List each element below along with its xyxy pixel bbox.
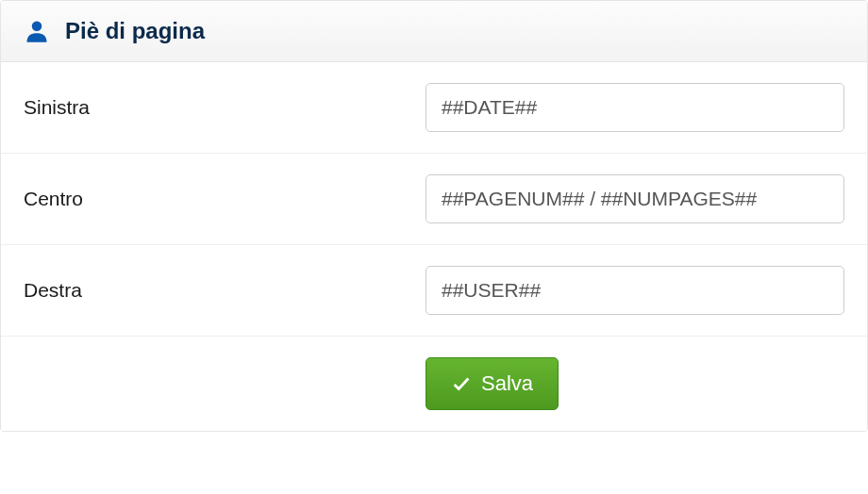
input-right[interactable] [426,266,844,315]
check-icon [451,373,472,394]
svg-point-0 [32,22,42,32]
label-left: Sinistra [24,96,426,119]
input-left[interactable] [426,83,844,132]
label-center: Centro [24,188,426,210]
actions-row: Salva [1,337,867,431]
footer-settings-panel: Piè di pagina Sinistra Centro Destra Sal… [0,0,868,432]
save-button[interactable]: Salva [426,357,559,410]
person-icon [24,18,50,44]
input-center[interactable] [426,174,844,223]
form-row-right: Destra [1,245,867,337]
panel-title: Piè di pagina [65,18,205,44]
label-right: Destra [24,279,426,302]
panel-header: Piè di pagina [1,1,867,62]
form-row-left: Sinistra [1,62,867,154]
save-button-label: Salva [481,371,533,396]
form-row-center: Centro [1,154,867,245]
